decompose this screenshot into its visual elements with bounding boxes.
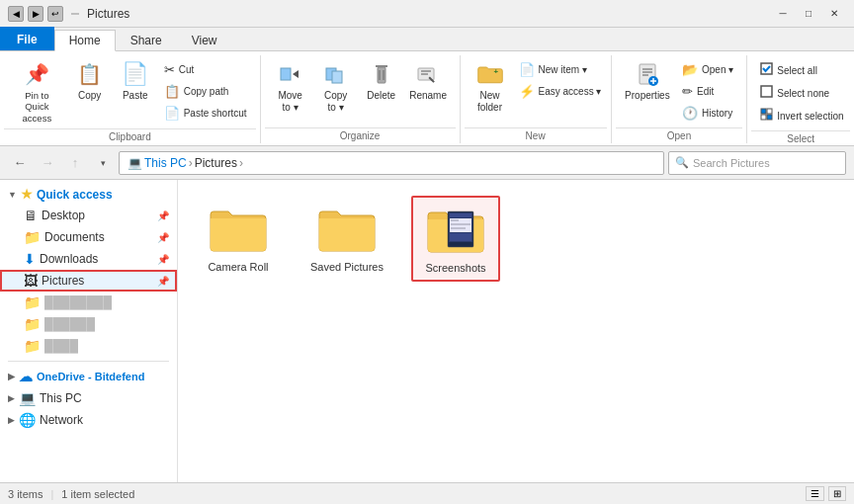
- new-folder-button[interactable]: + Newfolder: [469, 57, 512, 117]
- this-pc-header[interactable]: ▶ 💻 This PC: [0, 387, 177, 409]
- folder-saved-pictures[interactable]: Saved Pictures: [302, 196, 391, 280]
- open-button[interactable]: 📂 Open ▾: [677, 59, 738, 80]
- saved-pictures-icon-wrap: [317, 203, 377, 257]
- blurred3-label: ████: [44, 339, 78, 353]
- onedrive-header[interactable]: ▶ ☁ OneDrive - Bitdefend: [0, 366, 177, 387]
- paste-shortcut-button[interactable]: 📄 Paste shortcut: [159, 103, 252, 124]
- view-controls: ☰ ⊞: [806, 486, 846, 501]
- move-to-button[interactable]: Moveto ▾: [269, 57, 312, 117]
- sidebar-item-pictures[interactable]: 🖼 Pictures 📌: [0, 270, 177, 292]
- pin-quick-access-button[interactable]: 📌 Pin to Quickaccess: [8, 57, 66, 126]
- path-computer-icon: 💻: [128, 156, 142, 170]
- this-pc-label: This PC: [40, 391, 82, 405]
- open-small-stack: 📂 Open ▾ ✏ Edit 🕐 History: [677, 57, 738, 126]
- saved-pictures-label: Saved Pictures: [310, 261, 384, 273]
- address-bar: ← → ↑ ▾ 💻 This PC › Pictures › 🔍 Search …: [0, 146, 854, 180]
- new-item-button[interactable]: 📄 New item ▾: [514, 59, 607, 80]
- new-small-stack: 📄 New item ▾ ⚡ Easy access ▾: [514, 57, 607, 104]
- blurred3-icon: 📁: [24, 338, 41, 354]
- paste-button[interactable]: 📄 Paste: [114, 57, 157, 105]
- folder-screenshots[interactable]: Screenshots: [411, 196, 500, 282]
- sidebar-item-blurred1[interactable]: 📁 ████████: [0, 292, 177, 313]
- svg-rect-30: [451, 219, 459, 221]
- ribbon-tabs: File Home Share View: [0, 28, 854, 51]
- tab-view[interactable]: View: [177, 29, 232, 50]
- ribbon-group-clipboard: 📌 Pin to Quickaccess 📋 Copy 📄 Paste ✂ Cu…: [0, 55, 261, 143]
- forward-button[interactable]: →: [36, 151, 59, 175]
- screenshots-label: Screenshots: [425, 262, 485, 274]
- blurred2-icon: 📁: [24, 316, 41, 332]
- open-label: Open ▾: [702, 64, 733, 75]
- copy-path-button[interactable]: 📋 Copy path: [159, 81, 252, 102]
- quick-access-header[interactable]: ▼ ★ Quick access: [0, 184, 177, 205]
- pictures-pin-icon: 📌: [157, 276, 169, 287]
- ribbon-group-new: + Newfolder 📄 New item ▾ ⚡ Easy access ▾…: [461, 55, 612, 143]
- properties-button[interactable]: Properties: [620, 57, 675, 105]
- svg-text:+: +: [493, 67, 498, 76]
- sidebar-item-downloads[interactable]: ⬇ Downloads 📌: [0, 248, 177, 270]
- address-path[interactable]: 💻 This PC › Pictures ›: [119, 151, 664, 175]
- documents-pin-icon: 📌: [157, 232, 169, 243]
- search-icon: 🔍: [675, 156, 689, 169]
- tab-share[interactable]: Share: [116, 29, 177, 50]
- copy-button[interactable]: 📋 Copy: [68, 57, 112, 105]
- invert-selection-button[interactable]: Invert selection: [755, 105, 848, 126]
- sidebar-item-documents[interactable]: 📁 Documents 📌: [0, 226, 177, 248]
- search-box[interactable]: 🔍 Search Pictures: [668, 151, 846, 175]
- recent-locations-button[interactable]: ▾: [91, 151, 115, 175]
- sidebar-item-blurred3[interactable]: 📁 ████: [0, 335, 177, 357]
- delete-icon: [368, 60, 395, 88]
- close-button[interactable]: ✕: [822, 4, 846, 24]
- blurred1-label: ████████: [44, 295, 112, 309]
- history-button[interactable]: 🕐 History: [677, 103, 738, 124]
- search-placeholder: Search Pictures: [693, 157, 770, 169]
- copy-to-button[interactable]: Copyto ▾: [314, 57, 358, 117]
- up-button[interactable]: ↑: [63, 151, 87, 175]
- main-area: ▼ ★ Quick access 🖥 Desktop 📌 📁 Documents…: [0, 180, 854, 504]
- back-button[interactable]: ←: [8, 151, 32, 175]
- select-content: Select all Select none Invert selection: [751, 55, 850, 130]
- onedrive-icon: ☁: [19, 369, 33, 384]
- move-to-label: Moveto ▾: [278, 90, 301, 114]
- path-this-pc: This PC: [144, 156, 187, 170]
- select-all-label: Select all: [777, 65, 817, 76]
- sidebar-item-blurred2[interactable]: 📁 ██████: [0, 313, 177, 335]
- tab-file[interactable]: File: [0, 27, 54, 50]
- copy-path-icon: 📋: [164, 84, 180, 99]
- svg-rect-24: [761, 115, 766, 120]
- clipboard-label: Clipboard: [4, 128, 256, 144]
- delete-button[interactable]: Delete: [360, 57, 403, 105]
- edit-button[interactable]: ✏ Edit: [677, 81, 738, 102]
- copy-label: Copy: [78, 90, 101, 102]
- delete-label: Delete: [367, 90, 395, 102]
- svg-rect-21: [761, 86, 772, 97]
- paste-label: Paste: [123, 90, 148, 102]
- item-count: 3 items: [8, 488, 43, 500]
- network-header[interactable]: ▶ 🌐 Network: [0, 409, 177, 431]
- clipboard-content: 📌 Pin to Quickaccess 📋 Copy 📄 Paste ✂ Cu…: [4, 55, 256, 128]
- documents-label: Documents: [44, 230, 105, 244]
- maximize-button[interactable]: □: [797, 4, 820, 24]
- folder-camera-roll[interactable]: Camera Roll: [194, 196, 283, 280]
- easy-access-button[interactable]: ⚡ Easy access ▾: [514, 81, 607, 102]
- this-pc-chevron: ▶: [8, 393, 15, 403]
- quick-access-label: Quick access: [37, 188, 113, 202]
- properties-label: Properties: [625, 90, 670, 102]
- view-large-icons-button[interactable]: ⊞: [828, 486, 846, 501]
- blurred2-label: ██████: [44, 317, 95, 331]
- view-details-button[interactable]: ☰: [806, 486, 824, 501]
- select-none-icon: [760, 85, 773, 101]
- select-none-button[interactable]: Select none: [755, 82, 848, 104]
- sidebar-item-desktop[interactable]: 🖥 Desktop 📌: [0, 205, 177, 226]
- cut-button[interactable]: ✂ Cut: [159, 59, 252, 80]
- rename-button[interactable]: Rename: [405, 57, 452, 105]
- status-bar: 3 items | 1 item selected ☰ ⊞: [0, 482, 854, 504]
- tab-home[interactable]: Home: [54, 30, 116, 51]
- minimize-button[interactable]: ─: [771, 4, 795, 24]
- network-icon: 🌐: [19, 412, 36, 428]
- invert-selection-icon: [760, 108, 773, 124]
- select-all-button[interactable]: Select all: [755, 59, 848, 81]
- ribbon-group-open: Properties 📂 Open ▾ ✏ Edit 🕐 History Ope…: [612, 55, 748, 143]
- new-item-label: New item ▾: [539, 64, 587, 75]
- desktop-pin-icon: 📌: [157, 210, 169, 221]
